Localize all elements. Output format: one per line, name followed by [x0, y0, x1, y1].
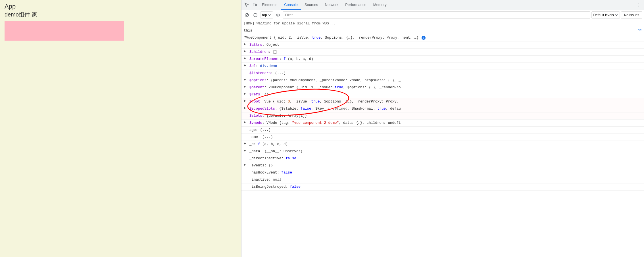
app-panel: App demo组件 家	[0, 0, 241, 257]
expand-data[interactable]	[244, 149, 246, 153]
expand-icon-vue[interactable]	[244, 35, 246, 39]
console-line-name: name: (...)	[241, 134, 644, 141]
console-line-el[interactable]: $el: div.demo	[241, 63, 644, 70]
console-line-age: age: (...)	[241, 127, 644, 134]
svg-rect-0	[253, 3, 255, 6]
levels-label: Default levels	[593, 13, 614, 17]
console-line-createelement[interactable]: $createElement: f (a, b, c, d)	[241, 56, 644, 63]
expand-children[interactable]	[244, 49, 246, 54]
tab-elements[interactable]: Elements	[259, 0, 281, 10]
expand-c[interactable]	[244, 141, 246, 146]
expand-attrs[interactable]	[244, 42, 246, 47]
console-line-options[interactable]: $options: {parent: VueComponent, _parent…	[241, 77, 644, 84]
source-link[interactable]: de	[638, 28, 642, 33]
clear-console-button[interactable]	[243, 11, 251, 19]
expand-options[interactable]	[244, 78, 246, 82]
tab-memory[interactable]: Memory	[370, 0, 390, 10]
svg-point-7	[277, 14, 278, 16]
expand-refs[interactable]	[244, 92, 246, 96]
console-line-isbeingdestroyed: _isBeingDestroyed: false	[241, 183, 644, 191]
expand-createelement[interactable]	[244, 56, 246, 61]
eye-icon[interactable]	[274, 11, 282, 19]
device-icon[interactable]	[251, 1, 259, 9]
console-line-c[interactable]: _c: f (a, b, c, d)	[241, 141, 644, 148]
context-label: top	[262, 13, 267, 17]
console-line-slots: $slots: {default: Array(1)}	[241, 112, 644, 120]
expand-events[interactable]	[244, 163, 246, 167]
filter-input[interactable]	[283, 11, 590, 19]
console-line-hmr: [HMR] Waiting for update signal from WDS…	[241, 20, 644, 27]
expand-vnode[interactable]	[244, 120, 246, 125]
more-icon[interactable]: ⋮	[635, 1, 643, 9]
levels-dropdown[interactable]: Default levels	[591, 11, 620, 19]
inspect-icon[interactable]	[243, 1, 251, 9]
app-title: App	[5, 3, 237, 10]
tab-network[interactable]: Network	[322, 0, 342, 10]
block-icon[interactable]	[252, 11, 259, 19]
console-line-inactive: _inactive: null	[241, 176, 644, 183]
tab-sources[interactable]: Sources	[301, 0, 322, 10]
expand-el[interactable]	[244, 63, 246, 68]
console-line-vnode[interactable]: $vnode: VNode {tag: "vue-component-2-dem…	[241, 120, 644, 127]
console-line-directinactive: _directInactive: false	[241, 155, 644, 162]
expand-scopedslots[interactable]	[244, 106, 246, 110]
tab-performance[interactable]: Performance	[342, 0, 370, 10]
console-line-events[interactable]: _events: {}	[241, 162, 644, 169]
console-line-listeners: $listeners: (...)	[241, 70, 644, 77]
info-icon[interactable]: i	[422, 36, 426, 40]
no-issues-button[interactable]: No Issues	[621, 11, 642, 19]
console-line-root[interactable]: $root: Vue {_uid: 0, _isVue: true, $opti…	[241, 98, 644, 105]
console-line-scopedslots[interactable]: $scopedSlots: {$stable: false, $key: und…	[241, 105, 644, 112]
console-line-this: this de	[241, 27, 644, 34]
console-line-parent[interactable]: $parent: VueComponent {_uid: 1, _isVue: …	[241, 84, 644, 91]
console-line-hashookevent: _hasHookEvent: false	[241, 169, 644, 176]
demo-label: demo组件 家	[5, 11, 237, 18]
console-line-attrs[interactable]: $attrs: Object	[241, 41, 644, 49]
pink-box	[5, 21, 124, 41]
tab-console[interactable]: Console	[281, 0, 301, 10]
svg-line-3	[246, 14, 248, 16]
expand-root[interactable]	[244, 99, 246, 103]
devtools-panel: Elements Console Sources Network Perform…	[241, 0, 644, 257]
context-selector[interactable]: top	[260, 11, 273, 19]
expand-parent[interactable]	[244, 85, 246, 89]
console-toolbar: top Default levels No Issues	[241, 10, 644, 20]
console-line-vue-header[interactable]: VueComponent {_uid: 2, _isVue: true, $op…	[241, 34, 644, 41]
console-output: [HMR] Waiting for update signal from WDS…	[241, 20, 644, 257]
console-line-refs[interactable]: $refs: {}	[241, 91, 644, 98]
console-line-children[interactable]: $children: []	[241, 49, 644, 56]
console-line-data[interactable]: _data: {__ob__: Observer}	[241, 148, 644, 155]
devtools-tabs-bar: Elements Console Sources Network Perform…	[241, 0, 644, 10]
svg-rect-1	[255, 4, 257, 6]
